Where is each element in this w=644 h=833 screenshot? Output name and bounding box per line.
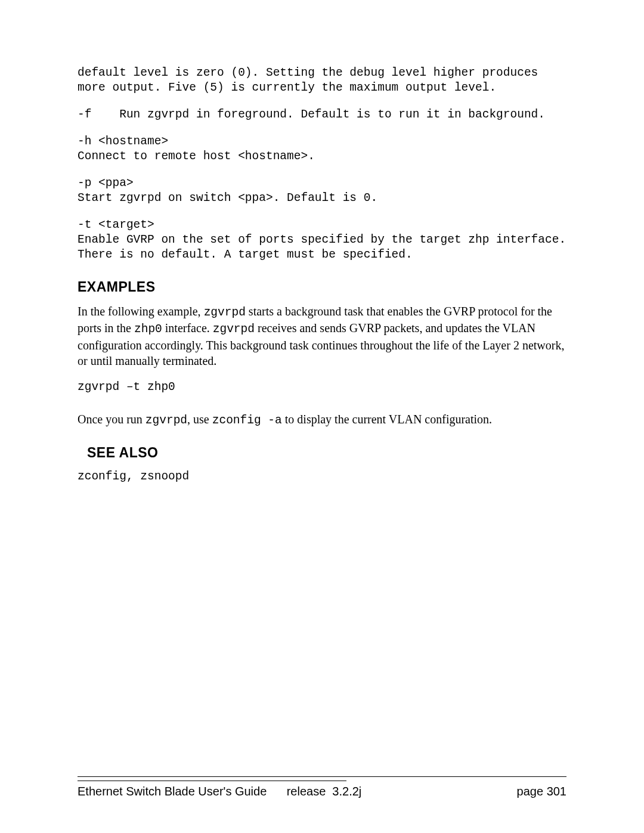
text-span: Once you run bbox=[78, 413, 145, 426]
doc-release: release 3.2.2j bbox=[287, 785, 362, 798]
footer-rule-bottom bbox=[78, 781, 346, 781]
document-page: default level is zero (0). Setting the d… bbox=[0, 0, 644, 833]
option-t: -t <target> Enable GVRP on the set of po… bbox=[78, 218, 566, 262]
text-span: to display the current VLAN configuratio… bbox=[282, 413, 492, 426]
option-f: -f Run zgvrpd in foreground. Default is … bbox=[78, 107, 566, 122]
page-footer: Ethernet Switch Blade User's Guide relea… bbox=[78, 776, 566, 798]
see-also-list: zconfig, zsnoopd bbox=[78, 469, 566, 484]
option-h: -h <hostname> Connect to remote host <ho… bbox=[78, 134, 566, 164]
examples-paragraph-2: Once you run zgvrpd, use zconfig -a to d… bbox=[78, 411, 566, 429]
footer-line: Ethernet Switch Blade User's Guide relea… bbox=[78, 785, 566, 798]
heading-see-also: SEE ALSO bbox=[87, 445, 566, 461]
example-command: zgvrpd –t zhp0 bbox=[78, 380, 566, 395]
inline-code: zgvrpd bbox=[145, 414, 187, 427]
heading-examples: EXAMPLES bbox=[78, 279, 566, 295]
page-number: page 301 bbox=[517, 785, 566, 798]
text-span: , use bbox=[187, 413, 212, 426]
inline-code: zgvrpd bbox=[204, 306, 246, 319]
footer-rule-top bbox=[78, 776, 566, 777]
option-text-intro: default level is zero (0). Setting the d… bbox=[78, 66, 566, 95]
text-span: In the following example, bbox=[78, 305, 204, 318]
text-span: interface. bbox=[162, 321, 213, 335]
footer-left: Ethernet Switch Blade User's Guide relea… bbox=[78, 785, 361, 798]
inline-code: zhp0 bbox=[134, 323, 162, 336]
doc-title: Ethernet Switch Blade User's Guide bbox=[78, 785, 267, 798]
examples-paragraph-1: In the following example, zgvrpd starts … bbox=[78, 304, 566, 369]
inline-code: zgvrpd bbox=[213, 323, 255, 336]
inline-code: zconfig -a bbox=[212, 414, 282, 427]
option-p: -p <ppa> Start zgvrpd on switch <ppa>. D… bbox=[78, 176, 566, 206]
